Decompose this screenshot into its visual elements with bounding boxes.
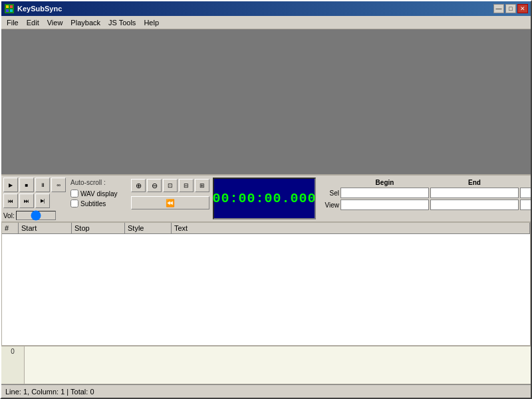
transport-controls: ▶ ■ ⏸ ∞ ⏮ ⏭ ▶| Vol: [3, 178, 66, 219]
subtitle-rows-area [2, 234, 530, 314]
time-display: 00:00:00.000 [213, 178, 316, 219]
transport-row1: ▶ ■ ⏸ ∞ [3, 178, 66, 192]
svg-rect-3 [6, 9, 9, 12]
video-area [1, 29, 531, 176]
menu-item-file[interactable]: File [3, 17, 23, 28]
zoom-row: ⊕ ⊖ ⊡ ⊟ ⊞ [131, 179, 209, 192]
sel-end-input[interactable] [430, 188, 519, 198]
play-button[interactable]: ▶ [3, 178, 18, 192]
sel-row: Sel [321, 188, 532, 198]
prev-button[interactable]: ⏮ [3, 194, 18, 208]
menu-item-view[interactable]: View [43, 17, 67, 28]
menu-item-playback[interactable]: Playback [66, 17, 104, 28]
minimize-button[interactable]: — [493, 4, 504, 13]
sel-begin-input[interactable] [340, 188, 429, 198]
col-style-header: Style [125, 223, 172, 233]
sel-length-input[interactable] [520, 188, 532, 198]
stop-button[interactable]: ■ [19, 178, 34, 192]
subtitle-list[interactable]: # Start Stop Style Text [1, 222, 531, 346]
app-icon [4, 3, 15, 14]
length-header: Length [520, 179, 532, 186]
menu-item-help[interactable]: Help [140, 17, 163, 28]
time-fields: Begin End Length Sel View [318, 178, 532, 219]
col-stop-header: Stop [72, 223, 125, 233]
volume-slider[interactable] [16, 211, 56, 220]
wav-display-option[interactable]: WAV display [70, 190, 125, 198]
col-text-header: Text [172, 223, 530, 233]
view-label: View [321, 201, 339, 209]
zoom-select-button[interactable]: ⊟ [179, 179, 194, 192]
end-header: End [430, 179, 519, 186]
begin-header: Begin [340, 179, 429, 186]
view-row: View [321, 200, 532, 210]
wav-display-checkbox[interactable] [70, 190, 78, 198]
waveform-scroll-button[interactable]: ⏪ [131, 196, 209, 209]
waveform-ruler: 0 [1, 346, 25, 384]
zoom-out-button[interactable]: ⊖ [147, 179, 162, 192]
svg-rect-2 [10, 5, 13, 8]
menu-item-js-tools[interactable]: JS Tools [104, 17, 140, 28]
time-fields-header: Begin End Length [321, 179, 532, 186]
controls-area: ▶ ■ ⏸ ∞ ⏮ ⏭ ▶| Vol: Auto-scroll : WAV di… [1, 176, 531, 222]
view-end-input[interactable] [430, 200, 519, 210]
menu-bar: FileEditViewPlaybackJS ToolsHelp [1, 16, 531, 29]
subtitles-option[interactable]: Subtitles [70, 200, 125, 207]
zoom-reset-button[interactable]: ⊞ [195, 179, 209, 192]
maximize-button[interactable]: □ [505, 4, 516, 13]
svg-rect-1 [6, 5, 9, 8]
next-button[interactable]: ⏭ [19, 194, 34, 208]
col-num-header: # [2, 223, 19, 233]
view-begin-input[interactable] [340, 200, 429, 210]
volume-area: Vol: [3, 211, 66, 220]
window-frame: KeySubSync — □ ✕ FileEditViewPlaybackJS … [0, 0, 532, 399]
title-text: KeySubSync [17, 5, 62, 13]
menu-item-edit[interactable]: Edit [23, 17, 43, 28]
title-bar: KeySubSync — □ ✕ [1, 1, 531, 16]
subtitle-list-header: # Start Stop Style Text [2, 223, 530, 234]
status-text: Line: 1, Column: 1 | Total: 0 [5, 388, 94, 396]
loop-button[interactable]: ∞ [51, 178, 66, 192]
auto-scroll-label: Auto-scroll : [70, 179, 125, 186]
subtitles-checkbox[interactable] [70, 200, 78, 207]
sel-label: Sel [321, 190, 339, 197]
waveform-canvas [25, 346, 531, 384]
zoom-in-button[interactable]: ⊕ [131, 179, 146, 192]
view-length-input[interactable] [520, 200, 532, 210]
title-bar-left: KeySubSync [4, 3, 62, 14]
volume-label: Vol: [3, 212, 15, 219]
options-panel: Auto-scroll : WAV display Subtitles [68, 178, 128, 219]
zoom-fit-button[interactable]: ⊡ [163, 179, 178, 192]
close-button[interactable]: ✕ [517, 4, 528, 13]
transport-row2: ⏮ ⏭ ▶| [3, 194, 66, 208]
title-buttons: — □ ✕ [493, 4, 528, 13]
svg-rect-4 [10, 9, 13, 12]
col-start-header: Start [19, 223, 72, 233]
waveform-area: 0 [1, 346, 531, 384]
zoom-panel: ⊕ ⊖ ⊡ ⊟ ⊞ ⏪ [130, 178, 211, 219]
status-bar: Line: 1, Column: 1 | Total: 0 [1, 384, 531, 398]
pause-button[interactable]: ⏸ [35, 178, 50, 192]
end-button[interactable]: ▶| [35, 194, 50, 208]
